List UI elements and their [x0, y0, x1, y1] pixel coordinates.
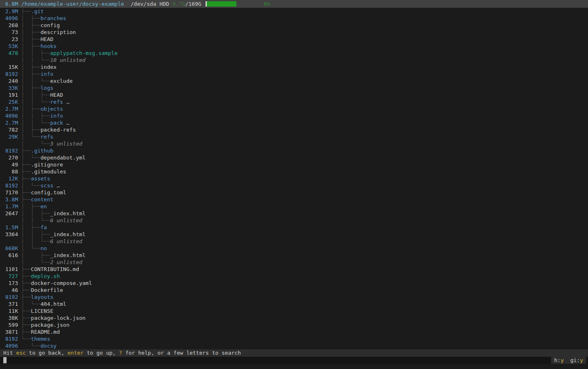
tree-branch-lines: ├──: [21, 308, 31, 314]
tree-branch-lines: ├──: [21, 162, 31, 168]
tree-row[interactable]: 12K ├──assets: [0, 175, 588, 182]
file-size: 268: [5, 22, 18, 29]
file-name: layouts: [31, 294, 53, 300]
tree-row[interactable]: 53K │ ├──hooks: [0, 43, 588, 50]
tree-branch-lines: │ │ ├──: [21, 210, 50, 216]
file-size: 2647: [5, 210, 18, 217]
file-name: index: [41, 64, 57, 70]
breadcrumb-path[interactable]: /home/example-user/docsy-example: [21, 1, 124, 7]
tree-row[interactable]: 599 ├──package.json: [0, 321, 588, 328]
file-size: 4096: [5, 15, 18, 22]
tree-branch-lines: └──: [21, 343, 41, 349]
file-name: docsy: [41, 343, 57, 349]
flag-value[interactable]: y: [580, 357, 583, 363]
tree-row[interactable]: 8192 ├──layouts: [0, 294, 588, 301]
tree-branch-lines: ├──: [21, 329, 31, 335]
file-name: themes: [31, 336, 50, 342]
tree-branch-lines: │ │ ├──: [21, 50, 50, 56]
tree-branch-lines: ├──: [21, 148, 31, 154]
tree-branch-lines: │ ├──: [21, 22, 41, 28]
disk-used: 9.7G: [172, 1, 185, 7]
tree-row[interactable]: 782 │ ├──packed-refs: [0, 126, 588, 133]
tree-row[interactable]: 2647 │ │ ├──_index.html: [0, 210, 588, 217]
tree-row[interactable]: 8192 │ └──scss …: [0, 182, 588, 189]
tree-row[interactable]: 8192 ├──.github: [0, 147, 588, 154]
file-name: package.json: [31, 322, 69, 328]
unlisted-count: 6 unlisted: [50, 238, 82, 244]
key-hint: enter: [68, 350, 84, 356]
tree-row[interactable]: 240 │ │ └──exclude: [0, 77, 588, 84]
tree-row[interactable]: 7170 ├──config.toml: [0, 189, 588, 196]
file-size: 73: [5, 29, 18, 36]
tree-row[interactable]: 1101 ├──CONTRIBUTING.md: [0, 266, 588, 273]
tree-branch-lines: │ └──: [21, 301, 41, 307]
file-name: info: [50, 113, 63, 119]
tree-row[interactable]: 49 ├──.gitignore: [0, 161, 588, 168]
tree-row[interactable]: 73 │ ├──description: [0, 29, 588, 36]
file-size: 3.8M: [5, 196, 18, 203]
file-name: refs: [41, 134, 53, 140]
tree-branch-lines: │ └──: [21, 134, 41, 140]
tree-branch-lines: │ ├──: [21, 64, 41, 70]
tree-row: │ │ └──6 unlisted: [0, 217, 588, 224]
file-size: 53K: [5, 43, 18, 50]
tree-row[interactable]: 38K ├──package-lock.json: [0, 314, 588, 321]
tree-row[interactable]: 727 ├──deploy.sh: [0, 273, 588, 280]
file-size: 11K: [5, 308, 18, 314]
tree-row[interactable]: 8192 │ ├──info: [0, 71, 588, 77]
tree-row[interactable]: 3871 ├──README.md: [0, 328, 588, 335]
tree-row[interactable]: 23 │ ├──HEAD: [0, 36, 588, 43]
tree-row[interactable]: 8192 └──themes: [0, 335, 588, 342]
tree-row[interactable]: 33K │ ├──logs: [0, 84, 588, 91]
flag-value[interactable]: y: [561, 357, 564, 363]
truncation-ellipsis: …: [53, 182, 60, 189]
tree-row[interactable]: 270 │ └──dependabot.yml: [0, 154, 588, 161]
tree-row[interactable]: 191 │ │ ├──HEAD: [0, 91, 588, 98]
tree-branch-lines: ├──: [21, 287, 31, 293]
tree-row[interactable]: 616 │ ├──_index.html: [0, 252, 588, 259]
tree-row[interactable]: 4096 │ │ ├──info: [0, 112, 588, 119]
tree-row[interactable]: 478 │ │ ├──applypatch-msg.sample: [0, 50, 588, 57]
file-size: 88: [5, 168, 18, 175]
tree-row[interactable]: 2.7M │ │ └──pack …: [0, 119, 588, 126]
file-name: _index.html: [50, 252, 85, 258]
tree-row: │ └──2 unlisted: [0, 259, 588, 266]
tree-row[interactable]: 668K │ └──no: [0, 245, 588, 252]
tree-row[interactable]: 11K ├──LICENSE: [0, 308, 588, 314]
file-name: .gitignore: [31, 162, 63, 168]
disk-usage-percent: 6%: [264, 1, 270, 7]
tree-row[interactable]: 173 ├──docker-compose.yaml: [0, 280, 588, 287]
tree-row[interactable]: 3.8M ├──content: [0, 196, 588, 203]
tree-branch-lines: │ │ ├──: [21, 113, 50, 119]
file-name: refs: [50, 99, 63, 105]
file-size: 46: [5, 287, 18, 294]
file-size: 782: [5, 126, 18, 133]
tree-row[interactable]: 3364 │ │ ├──_index.html: [0, 231, 588, 238]
tree-branch-lines: │ ├──: [21, 252, 50, 258]
status-hint-bar: Hit esc to go back, enter to go up, ? fo…: [0, 349, 588, 357]
tree-row[interactable]: 25K │ │ └──refs …: [0, 98, 588, 105]
file-name: package-lock.json: [31, 315, 85, 321]
tree-row[interactable]: 371 │ └──404.html: [0, 301, 588, 308]
tree-row[interactable]: 46 ├──Dockerfile: [0, 287, 588, 294]
file-size: 173: [5, 280, 18, 287]
tree-row[interactable]: 4096 └──docsy: [0, 342, 588, 349]
tree-row[interactable]: 2.7M │ ├──objects: [0, 105, 588, 112]
hint-text: to go up,: [84, 350, 119, 356]
tree-branch-lines: ├──: [21, 266, 31, 272]
tree-row[interactable]: 1.5M │ ├──fa: [0, 224, 588, 231]
tree-row[interactable]: 29K │ └──refs: [0, 133, 588, 140]
tree-row[interactable]: 1.7M │ ├──en: [0, 203, 588, 210]
tree-row[interactable]: 2.9M ├──.git: [0, 8, 588, 15]
file-name: HEAD: [50, 92, 63, 98]
tree-row[interactable]: 15K │ ├──index: [0, 64, 588, 71]
search-input-line[interactable]: h:y gi:y: [0, 357, 588, 364]
file-size: 25K: [5, 98, 18, 105]
tree-row[interactable]: 88 ├──.gitmodules: [0, 168, 588, 175]
file-name: exclude: [50, 78, 73, 84]
tree-branch-lines: │ └──: [21, 182, 41, 189]
file-name: .gitmodules: [31, 169, 66, 175]
tree-branch-lines: ├──: [21, 8, 31, 14]
tree-row[interactable]: 268 │ ├──config: [0, 22, 588, 29]
tree-row[interactable]: 4096 │ ├──branches: [0, 15, 588, 22]
